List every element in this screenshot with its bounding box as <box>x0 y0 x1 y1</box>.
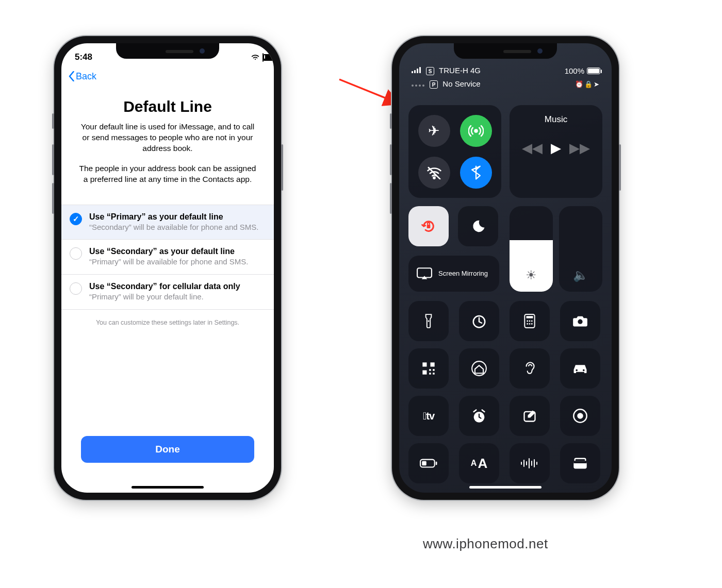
svg-point-2 <box>433 177 435 178</box>
brightness-slider[interactable]: ☀︎ <box>510 206 553 292</box>
music-prev-button[interactable]: ◀◀ <box>522 140 543 156</box>
screen-record-button[interactable] <box>560 396 600 436</box>
bluetooth-toggle[interactable] <box>460 157 492 189</box>
flashlight-button[interactable] <box>408 301 449 341</box>
voice-memo-button[interactable] <box>510 443 550 483</box>
svg-point-15 <box>531 323 533 325</box>
camera-button[interactable] <box>560 301 600 341</box>
wifi-toggle[interactable] <box>418 157 450 189</box>
timer-icon <box>471 313 487 329</box>
svg-point-1 <box>474 129 477 132</box>
signal-empty-icon <box>412 85 424 87</box>
car-icon <box>571 362 589 375</box>
svg-rect-22 <box>429 373 431 375</box>
radio-unchecked-icon <box>70 282 82 295</box>
nav-bar: Back <box>61 66 274 87</box>
svg-rect-21 <box>433 369 435 371</box>
back-button[interactable]: Back <box>69 71 96 82</box>
sim2-carrier: No Service <box>442 79 480 88</box>
notes-button[interactable] <box>510 396 550 436</box>
carplay-button[interactable] <box>560 348 600 389</box>
moon-icon <box>470 219 486 234</box>
wifi-icon <box>251 54 259 60</box>
status-time: 5:48 <box>75 52 92 62</box>
note-icon <box>522 409 537 423</box>
cellular-toggle[interactable] <box>460 115 492 147</box>
svg-rect-42 <box>573 461 586 463</box>
low-power-icon <box>420 459 437 468</box>
status-extra-icons: ⏰🔒➤ <box>575 80 600 88</box>
calculator-icon <box>524 314 535 328</box>
option-subtitle: “Primary” will be available for phone an… <box>89 257 248 267</box>
bluetooth-icon <box>471 165 481 180</box>
calculator-button[interactable] <box>510 301 550 341</box>
done-button[interactable]: Done <box>81 436 254 463</box>
music-play-button[interactable]: ▶ <box>551 140 561 156</box>
text-size-button[interactable]: AA <box>459 443 499 483</box>
default-line-option-list: ✓ Use “Primary” as your default line “Se… <box>61 205 274 310</box>
home-button[interactable] <box>459 348 499 389</box>
radio-checked-icon: ✓ <box>70 213 82 225</box>
phone-mockup-settings: 5:48 Back Default Line Your <box>54 36 281 500</box>
home-indicator[interactable] <box>132 486 204 489</box>
ear-icon <box>524 361 535 376</box>
music-next-button[interactable]: ▶▶ <box>569 140 590 156</box>
sim1-status: S TRUE-H 4G <box>412 66 481 76</box>
sim2-tag: P <box>430 80 438 89</box>
record-icon <box>572 408 588 424</box>
battery-icon <box>262 54 264 61</box>
option-secondary-default[interactable]: Use “Secondary” as your default line “Pr… <box>61 239 274 274</box>
home-indicator[interactable] <box>469 486 542 489</box>
hearing-button[interactable] <box>510 348 550 389</box>
page-description-1: Your default line is used for iMessage, … <box>61 122 274 154</box>
radio-unchecked-icon <box>70 247 82 260</box>
orientation-lock-toggle[interactable] <box>408 206 449 246</box>
timer-button[interactable] <box>459 301 499 341</box>
option-title: Use “Secondary” for cellular data only <box>89 282 240 291</box>
text-size-icon-large: A <box>478 456 487 472</box>
volume-slider[interactable]: 🔈 <box>559 206 602 292</box>
alarm-button[interactable] <box>459 396 499 436</box>
airplane-toggle[interactable]: ✈︎ <box>418 115 450 147</box>
sim1-carrier: TRUE-H 4G <box>439 66 481 75</box>
svg-rect-20 <box>429 369 431 371</box>
text-size-icon: A <box>471 459 477 468</box>
svg-point-26 <box>583 369 585 372</box>
wifi-off-icon <box>426 166 442 179</box>
svg-rect-4 <box>427 225 431 228</box>
chevron-left-icon <box>69 71 75 81</box>
alarm-icon: ⏰ <box>575 80 584 88</box>
screen-mirroring-icon <box>417 267 432 280</box>
dnd-toggle[interactable] <box>458 206 498 246</box>
home-icon <box>471 361 487 376</box>
screen-mirroring-button[interactable]: Screen Mirroring <box>408 256 499 292</box>
svg-point-10 <box>527 321 528 322</box>
apple-tv-button[interactable]: tv <box>408 396 449 436</box>
wallet-button[interactable] <box>560 443 600 483</box>
signal-icon <box>239 54 248 61</box>
svg-point-14 <box>529 323 531 325</box>
sim1-tag: S <box>426 67 434 75</box>
option-secondary-data-only[interactable]: Use “Secondary” for cellular data only “… <box>61 274 274 310</box>
option-primary-default[interactable]: ✓ Use “Primary” as your default line “Se… <box>61 205 274 240</box>
qr-button[interactable] <box>408 348 449 389</box>
page-title: Default Line <box>67 98 269 115</box>
connectivity-module[interactable]: ✈︎ <box>408 105 501 198</box>
done-label: Done <box>155 444 180 455</box>
alarm-clock-icon <box>471 408 487 424</box>
flashlight-icon <box>424 313 433 329</box>
svg-line-0 <box>339 79 398 103</box>
battery-icon <box>587 68 600 74</box>
qr-icon <box>421 361 436 376</box>
option-title: Use “Primary” as your default line <box>89 212 259 222</box>
orientation-lock-icon <box>420 218 437 234</box>
sim2-status: P No Service <box>412 79 481 89</box>
status-right-cluster <box>239 54 264 61</box>
svg-rect-18 <box>431 362 435 366</box>
camera-icon <box>572 315 588 327</box>
music-module[interactable]: Music ◀◀ ▶ ▶▶ <box>510 105 602 198</box>
phone-mockup-control-center: S TRUE-H 4G 100% P No Service <box>392 36 619 500</box>
low-power-button[interactable] <box>408 443 449 483</box>
volume-icon: 🔈 <box>559 268 602 282</box>
signal-icon <box>412 67 421 73</box>
